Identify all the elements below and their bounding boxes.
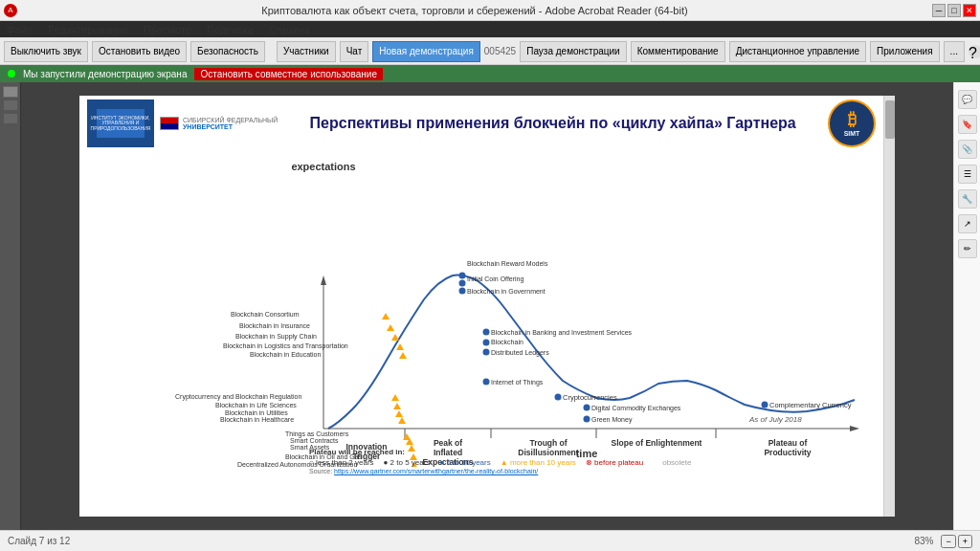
legend-items: ○ less than 2 years ● 2 to 5 years ● 5 t…: [309, 458, 879, 467]
svg-text:Blockchain in Banking and Inve: Blockchain in Banking and Investment Ser…: [491, 329, 633, 337]
svg-text:Blockchain Reward Models: Blockchain Reward Models: [467, 260, 548, 267]
page-thumb-1[interactable]: [3, 86, 18, 98]
window-controls[interactable]: ─ □ ✕: [932, 4, 976, 17]
svg-text:Initial Coin Offering: Initial Coin Offering: [467, 276, 524, 283]
stop-sharing-button[interactable]: Остановить совместное использование: [194, 68, 383, 80]
share-icon[interactable]: ↗: [958, 214, 977, 233]
plateau-label: Plateau will be reached in:: [309, 448, 405, 456]
timer-display: 005425: [484, 46, 516, 56]
source-link[interactable]: https://www.gartner.com/smarterwithgartn…: [334, 468, 538, 474]
menu-help[interactable]: Справка: [266, 24, 313, 35]
slide-container: ИНСТИТУТ ЭКОНОМИКИ, УПРАВЛЕНИЯ И ПРИРОДО…: [79, 96, 883, 517]
svg-text:Slope of Enlightenment: Slope of Enlightenment: [612, 438, 702, 448]
zoom-out-button[interactable]: −: [941, 535, 955, 548]
svg-marker-29: [387, 324, 394, 331]
tools-icon[interactable]: 🔧: [958, 189, 977, 209]
bookmark-icon[interactable]: 🔖: [958, 115, 977, 134]
attach-icon[interactable]: 📎: [958, 140, 977, 159]
svg-marker-4: [850, 426, 859, 431]
svg-point-91: [584, 416, 590, 423]
legend-obsolete: ⊗ before plateau: [586, 458, 643, 467]
help-icon[interactable]: ?: [969, 45, 980, 58]
svg-text:Digital Commodity Exchanges: Digital Commodity Exchanges: [591, 405, 681, 412]
svg-marker-31: [391, 334, 399, 341]
svg-text:Blockchain in Utilities: Blockchain in Utilities: [225, 409, 288, 416]
status-bar: Слайд 7 из 12 83% − +: [0, 530, 980, 551]
menu-view[interactable]: Просмотр: [141, 24, 194, 35]
tools-bar: Выключить звук Остановить видео Безопасн…: [0, 38, 980, 65]
university-flag: [160, 117, 179, 130]
scrollbar[interactable]: [883, 96, 895, 517]
demo-indicator: [8, 70, 15, 77]
close-button[interactable]: ✕: [963, 4, 976, 17]
comment-icon[interactable]: 💬: [958, 90, 977, 109]
legend-less2: ○ less than 2 years: [309, 458, 374, 467]
source-line: Source: https://www.gartner.com/smarterw…: [309, 468, 879, 474]
edit-icon[interactable]: ✏: [958, 239, 977, 258]
legend-more10: ▲ more than 10 years: [501, 458, 576, 467]
chat-button[interactable]: Чат: [340, 41, 369, 62]
menu-edit[interactable]: Редактирование: [45, 24, 131, 35]
svg-point-21: [459, 273, 466, 279]
svg-point-39: [483, 340, 490, 346]
svg-text:Complementary Currency: Complementary Currency: [769, 401, 852, 409]
more-button[interactable]: ...: [944, 41, 965, 62]
new-demo-button[interactable]: Новая демонстрация: [372, 41, 480, 62]
pause-demo-button[interactable]: Пауза демонстрации: [520, 41, 627, 62]
participants-button[interactable]: Участники: [277, 41, 336, 62]
svg-text:Distributed Ledgers: Distributed Ledgers: [491, 349, 549, 357]
zoom-level: 83%: [914, 536, 933, 546]
svg-point-37: [483, 329, 490, 336]
svg-point-25: [459, 288, 466, 295]
legend-2to5: ● 2 to 5 years: [384, 458, 431, 467]
hype-cycle-chart: expectations time: [79, 151, 883, 467]
security-button[interactable]: Безопасность: [190, 41, 265, 62]
stop-video-button[interactable]: Остановить видео: [92, 41, 187, 62]
demo-bar: Мы запустили демонстрацию экрана Останов…: [0, 65, 980, 82]
svg-text:Peak of: Peak of: [434, 438, 462, 448]
svg-text:As of July 2018: As of July 2018: [748, 415, 802, 424]
svg-text:Blockchain in Government: Blockchain in Government: [467, 288, 546, 295]
svg-text:Blockchain in Logistics and Tr: Blockchain in Logistics and Transportati…: [223, 342, 348, 350]
svg-text:Blockchain: Blockchain: [491, 339, 523, 345]
menu-bar: Файл Редактирование Просмотр Подписка Сп…: [0, 21, 980, 38]
svg-marker-35: [399, 352, 407, 359]
menu-sign[interactable]: Подписка: [204, 24, 256, 35]
zoom-controls[interactable]: − +: [941, 535, 972, 548]
svg-point-23: [459, 280, 466, 287]
svg-marker-33: [396, 343, 404, 350]
content-area: ИНСТИТУТ ЭКОНОМИКИ, УПРАВЛЕНИЯ И ПРИРОДО…: [21, 82, 953, 530]
menu-file[interactable]: Файл: [4, 24, 35, 35]
minimize-button[interactable]: ─: [932, 4, 946, 17]
slide-header: ИНСТИТУТ ЭКОНОМИКИ, УПРАВЛЕНИЯ И ПРИРОДО…: [79, 96, 883, 151]
apps-button[interactable]: Приложения: [870, 41, 940, 62]
university-name: СИБИРСКИЙ ФЕДЕРАЛЬНЫЙ УНИВЕРСИТЕТ: [183, 117, 278, 131]
svg-point-43: [483, 379, 490, 386]
svg-point-93: [762, 402, 768, 408]
svg-marker-49: [395, 410, 403, 417]
svg-text:Cryptocurrencies: Cryptocurrencies: [563, 393, 617, 402]
comment-button[interactable]: Комментирование: [631, 41, 725, 62]
chart-area: expectations time: [79, 151, 883, 476]
maximize-button[interactable]: □: [947, 4, 961, 17]
mute-button[interactable]: Выключить звук: [4, 41, 88, 62]
institute-name: ИНСТИТУТ ЭКОНОМИКИ, УПРАВЛЕНИЯ И ПРИРОДО…: [91, 116, 151, 132]
svg-point-87: [555, 394, 562, 401]
svg-text:Plateau of: Plateau of: [768, 438, 808, 448]
institute-badge: ИНСТИТУТ ЭКОНОМИКИ, УПРАВЛЕНИЯ И ПРИРОДО…: [87, 99, 154, 147]
scroll-thumb[interactable]: [885, 100, 895, 139]
demo-text: Мы запустили демонстрацию экрана: [23, 69, 187, 79]
page-thumb-3[interactable]: [3, 113, 18, 124]
svg-text:Cryptocurrency and Blockchain : Cryptocurrency and Blockchain Regulation: [175, 393, 301, 401]
remote-control-button[interactable]: Дистанционное управление: [729, 41, 866, 62]
page-thumb-2[interactable]: [3, 99, 18, 111]
svg-marker-51: [398, 417, 406, 424]
layers-icon[interactable]: ☰: [958, 165, 977, 184]
svg-marker-47: [393, 403, 401, 409]
svg-text:Green Money: Green Money: [591, 416, 633, 424]
zoom-in-button[interactable]: +: [958, 535, 972, 548]
svg-text:Blockchain in Insurance: Blockchain in Insurance: [239, 322, 310, 329]
svg-text:expectations: expectations: [291, 161, 355, 172]
obsolete-text: obsolete: [662, 458, 691, 467]
svg-marker-3: [321, 276, 326, 285]
